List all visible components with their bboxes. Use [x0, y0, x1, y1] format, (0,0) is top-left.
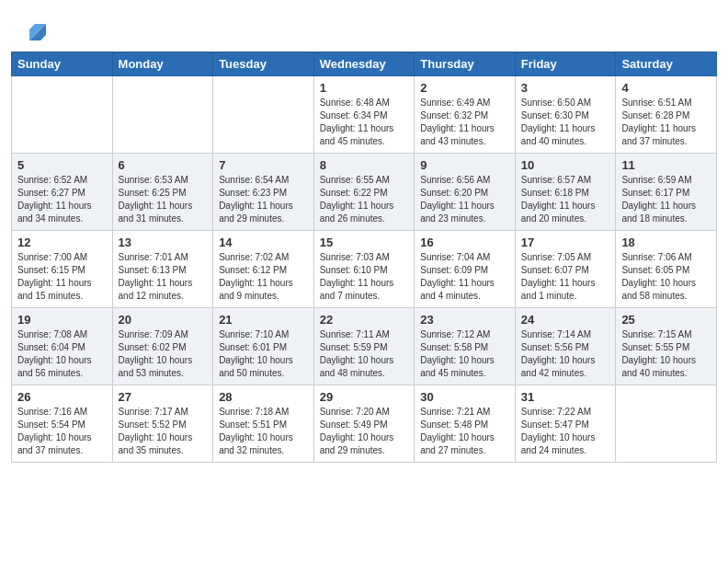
calendar-cell: 13Sunrise: 7:01 AMSunset: 6:13 PMDayligh…: [112, 231, 213, 308]
day-info: Sunrise: 7:10 AMSunset: 6:01 PMDaylight:…: [219, 328, 308, 380]
calendar-cell: 7Sunrise: 6:54 AMSunset: 6:23 PMDaylight…: [213, 154, 314, 231]
calendar-header-row: SundayMondayTuesdayWednesdayThursdayFrid…: [12, 52, 717, 76]
col-header-friday: Friday: [515, 52, 616, 76]
day-number: 27: [119, 390, 208, 404]
day-info: Sunrise: 7:14 AMSunset: 5:56 PMDaylight:…: [521, 328, 610, 380]
day-number: 31: [521, 390, 610, 404]
col-header-wednesday: Wednesday: [313, 52, 415, 76]
calendar-cell: [12, 76, 113, 154]
calendar-cell: 15Sunrise: 7:03 AMSunset: 6:10 PMDayligh…: [313, 231, 415, 308]
day-info: Sunrise: 7:03 AMSunset: 6:10 PMDaylight:…: [320, 251, 409, 303]
col-header-sunday: Sunday: [12, 52, 113, 76]
day-info: Sunrise: 6:48 AMSunset: 6:34 PMDaylight:…: [320, 97, 409, 148]
day-number: 5: [17, 158, 107, 172]
col-header-thursday: Thursday: [415, 52, 516, 76]
calendar-cell: 1Sunrise: 6:48 AMSunset: 6:34 PMDaylight…: [313, 76, 415, 154]
day-number: 11: [621, 158, 711, 172]
calendar-cell: 21Sunrise: 7:10 AMSunset: 6:01 PMDayligh…: [213, 308, 314, 385]
calendar-week-2: 5Sunrise: 6:52 AMSunset: 6:27 PMDaylight…: [12, 154, 717, 231]
day-info: Sunrise: 7:08 AMSunset: 6:04 PMDaylight:…: [17, 328, 107, 380]
calendar-cell: 2Sunrise: 6:49 AMSunset: 6:32 PMDaylight…: [415, 76, 516, 154]
day-number: 9: [420, 158, 509, 172]
calendar-cell: 25Sunrise: 7:15 AMSunset: 5:55 PMDayligh…: [616, 308, 717, 385]
col-header-saturday: Saturday: [616, 52, 717, 76]
calendar-cell: [616, 385, 717, 463]
day-number: 20: [119, 313, 208, 327]
calendar-cell: [112, 76, 213, 154]
day-number: 7: [219, 158, 308, 172]
calendar-cell: 29Sunrise: 7:20 AMSunset: 5:49 PMDayligh…: [313, 385, 415, 463]
calendar-cell: 4Sunrise: 6:51 AMSunset: 6:28 PMDaylight…: [616, 76, 717, 154]
day-number: 30: [420, 390, 509, 404]
day-number: 22: [320, 313, 409, 327]
calendar-cell: 9Sunrise: 6:56 AMSunset: 6:20 PMDaylight…: [415, 154, 516, 231]
day-info: Sunrise: 7:09 AMSunset: 6:02 PMDaylight:…: [119, 328, 208, 380]
calendar-cell: 8Sunrise: 6:55 AMSunset: 6:22 PMDaylight…: [313, 154, 415, 231]
logo-icon: [20, 15, 50, 44]
day-info: Sunrise: 7:22 AMSunset: 5:47 PMDaylight:…: [521, 406, 610, 457]
day-info: Sunrise: 7:20 AMSunset: 5:49 PMDaylight:…: [320, 406, 409, 457]
day-info: Sunrise: 7:00 AMSunset: 6:15 PMDaylight:…: [17, 251, 107, 303]
calendar-cell: 22Sunrise: 7:11 AMSunset: 5:59 PMDayligh…: [313, 308, 415, 385]
calendar-cell: 3Sunrise: 6:50 AMSunset: 6:30 PMDaylight…: [515, 76, 616, 154]
calendar-cell: 6Sunrise: 6:53 AMSunset: 6:25 PMDaylight…: [112, 154, 213, 231]
day-info: Sunrise: 7:02 AMSunset: 6:12 PMDaylight:…: [219, 251, 308, 303]
calendar-week-3: 12Sunrise: 7:00 AMSunset: 6:15 PMDayligh…: [12, 231, 717, 308]
calendar-cell: 18Sunrise: 7:06 AMSunset: 6:05 PMDayligh…: [616, 231, 717, 308]
day-info: Sunrise: 6:56 AMSunset: 6:20 PMDaylight:…: [420, 174, 509, 225]
day-number: 8: [320, 158, 409, 172]
calendar-cell: 5Sunrise: 6:52 AMSunset: 6:27 PMDaylight…: [12, 154, 113, 231]
day-number: 28: [219, 390, 308, 404]
day-info: Sunrise: 6:51 AMSunset: 6:28 PMDaylight:…: [621, 97, 711, 148]
day-number: 10: [521, 158, 610, 172]
day-number: 18: [621, 236, 711, 249]
day-info: Sunrise: 7:18 AMSunset: 5:51 PMDaylight:…: [219, 406, 308, 457]
col-header-tuesday: Tuesday: [213, 52, 314, 76]
day-info: Sunrise: 7:01 AMSunset: 6:13 PMDaylight:…: [119, 251, 208, 303]
calendar-cell: 26Sunrise: 7:16 AMSunset: 5:54 PMDayligh…: [12, 385, 113, 463]
calendar-cell: 28Sunrise: 7:18 AMSunset: 5:51 PMDayligh…: [213, 385, 314, 463]
day-number: 15: [320, 236, 409, 249]
day-info: Sunrise: 6:59 AMSunset: 6:17 PMDaylight:…: [621, 174, 711, 225]
calendar-cell: 16Sunrise: 7:04 AMSunset: 6:09 PMDayligh…: [415, 231, 516, 308]
day-number: 1: [320, 81, 409, 95]
day-number: 4: [621, 81, 711, 95]
day-number: 23: [420, 313, 509, 327]
day-number: 2: [420, 81, 509, 95]
day-info: Sunrise: 7:06 AMSunset: 6:05 PMDaylight:…: [621, 251, 711, 303]
calendar-wrapper: SundayMondayTuesdayWednesdayThursdayFrid…: [0, 52, 728, 474]
day-info: Sunrise: 6:52 AMSunset: 6:27 PMDaylight:…: [17, 174, 107, 225]
calendar-week-1: 1Sunrise: 6:48 AMSunset: 6:34 PMDaylight…: [12, 76, 717, 154]
day-info: Sunrise: 7:12 AMSunset: 5:58 PMDaylight:…: [420, 328, 509, 380]
calendar-cell: 17Sunrise: 7:05 AMSunset: 6:07 PMDayligh…: [515, 231, 616, 308]
day-info: Sunrise: 6:54 AMSunset: 6:23 PMDaylight:…: [219, 174, 308, 225]
col-header-monday: Monday: [112, 52, 213, 76]
day-number: 17: [521, 236, 610, 249]
calendar-cell: 10Sunrise: 6:57 AMSunset: 6:18 PMDayligh…: [515, 154, 616, 231]
logo-text: [18, 15, 50, 44]
day-info: Sunrise: 7:17 AMSunset: 5:52 PMDaylight:…: [119, 406, 208, 457]
day-info: Sunrise: 7:11 AMSunset: 5:59 PMDaylight:…: [320, 328, 409, 380]
day-info: Sunrise: 7:16 AMSunset: 5:54 PMDaylight:…: [17, 406, 107, 457]
day-number: 26: [17, 390, 107, 404]
calendar-cell: 30Sunrise: 7:21 AMSunset: 5:48 PMDayligh…: [415, 385, 516, 463]
calendar-cell: 19Sunrise: 7:08 AMSunset: 6:04 PMDayligh…: [12, 308, 113, 385]
calendar-cell: 20Sunrise: 7:09 AMSunset: 6:02 PMDayligh…: [112, 308, 213, 385]
calendar-table: SundayMondayTuesdayWednesdayThursdayFrid…: [11, 52, 717, 463]
day-info: Sunrise: 7:05 AMSunset: 6:07 PMDaylight:…: [521, 251, 610, 303]
day-number: 6: [119, 158, 208, 172]
day-number: 19: [17, 313, 107, 327]
calendar-week-4: 19Sunrise: 7:08 AMSunset: 6:04 PMDayligh…: [12, 308, 717, 385]
calendar-cell: 27Sunrise: 7:17 AMSunset: 5:52 PMDayligh…: [112, 385, 213, 463]
day-info: Sunrise: 6:49 AMSunset: 6:32 PMDaylight:…: [420, 97, 509, 148]
day-number: 21: [219, 313, 308, 327]
day-number: 25: [621, 313, 711, 327]
day-info: Sunrise: 7:21 AMSunset: 5:48 PMDaylight:…: [420, 406, 509, 457]
page: SundayMondayTuesdayWednesdayThursdayFrid…: [0, 0, 728, 563]
day-number: 14: [219, 236, 308, 249]
calendar-week-5: 26Sunrise: 7:16 AMSunset: 5:54 PMDayligh…: [12, 385, 717, 463]
day-info: Sunrise: 7:15 AMSunset: 5:55 PMDaylight:…: [621, 328, 711, 380]
calendar-cell: 31Sunrise: 7:22 AMSunset: 5:47 PMDayligh…: [515, 385, 616, 463]
calendar-cell: 12Sunrise: 7:00 AMSunset: 6:15 PMDayligh…: [12, 231, 113, 308]
logo: [18, 15, 50, 44]
